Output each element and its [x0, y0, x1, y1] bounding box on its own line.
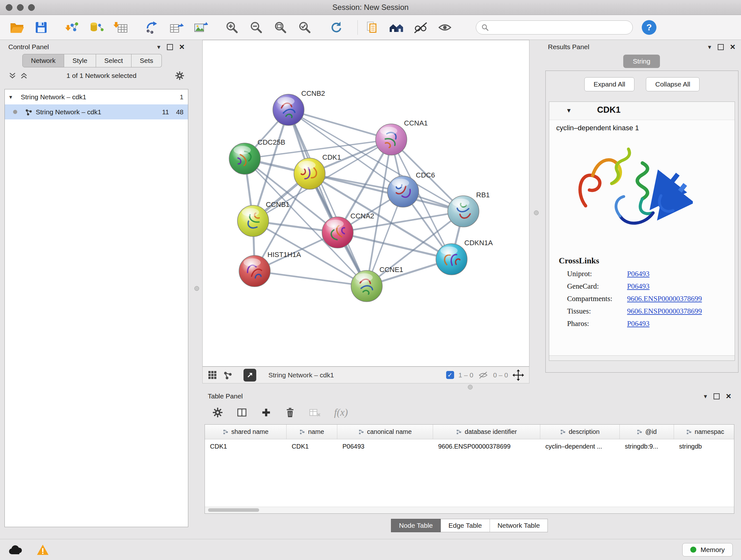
float-results-icon[interactable]: ▾ [708, 44, 711, 50]
global-search-box[interactable] [476, 20, 633, 35]
import-network-from-file-button[interactable] [63, 18, 82, 37]
export-image-button[interactable] [191, 18, 211, 37]
birdseye-view-button[interactable] [244, 369, 256, 381]
maximize-table-icon[interactable] [714, 393, 720, 399]
node-CCNB2[interactable]: CCNB2 [273, 89, 325, 125]
crosslink-value-link[interactable]: 9606.ENSP00000378699 [627, 295, 702, 303]
copy-document-button[interactable] [362, 18, 382, 37]
expand-all-icon[interactable] [20, 71, 28, 80]
protein-section-header[interactable]: ▾ CDK1 [549, 102, 735, 120]
node-label-CDC25B: CDC25B [258, 138, 285, 146]
network-canvas[interactable]: CCNB2CCNA1CDC25BCDK1CDC6RB1CCNB1CCNA2CDK… [202, 40, 529, 367]
help-button[interactable]: ? [642, 20, 657, 35]
table-cell: stringdb:9... [620, 443, 674, 450]
search-input[interactable] [492, 23, 627, 31]
apply-layout-button[interactable] [326, 18, 346, 37]
export-table-button[interactable] [166, 18, 186, 37]
section-collapse-icon[interactable]: ▾ [567, 106, 570, 115]
network-row[interactable]: String Network – cdk1 11 48 [5, 105, 188, 119]
string-home-button[interactable] [387, 18, 406, 37]
node-CDK1[interactable]: CDK1 [294, 153, 341, 189]
delete-column-icon[interactable] [285, 407, 295, 418]
column-header-canonical-name[interactable]: canonical name [337, 425, 433, 439]
table-hscrollbar[interactable] [205, 507, 734, 513]
save-floppy-icon [35, 21, 48, 34]
delete-table-icon-disabled [309, 408, 321, 418]
zoom-in-button[interactable] [222, 18, 242, 37]
table-hscroll-thumb[interactable] [208, 508, 259, 512]
table-gear-icon[interactable] [212, 407, 223, 418]
tab-select[interactable]: Select [96, 54, 131, 67]
maximize-results-icon[interactable] [718, 44, 724, 50]
results-scrollbar[interactable] [549, 355, 735, 361]
column-header-namespac[interactable]: namespac [674, 425, 734, 439]
crosslink-value-link[interactable]: P06493 [627, 320, 650, 328]
tab-node-table[interactable]: Node Table [391, 519, 441, 532]
column-header-description[interactable]: description [540, 425, 620, 439]
tab-style[interactable]: Style [64, 54, 96, 67]
node-HIST1H1A[interactable]: HIST1H1A [239, 251, 301, 287]
node-RB1[interactable]: RB1 [448, 191, 490, 227]
protein-structure-image [571, 136, 693, 248]
results-tab-string[interactable]: String [623, 55, 660, 68]
tab-network-table[interactable]: Network Table [490, 519, 548, 532]
cloud-icon[interactable] [8, 545, 22, 555]
add-column-icon[interactable] [261, 407, 272, 418]
table-row[interactable]: CDK1CDK1P064939606.ENSP00000378699cyclin… [205, 439, 734, 453]
edge-CCNB2-CCNA1[interactable] [288, 110, 391, 139]
close-panel-icon[interactable]: × [179, 43, 185, 51]
expand-all-button[interactable]: Expand All [584, 77, 634, 91]
column-header-@id[interactable]: @id [620, 425, 674, 439]
open-session-button[interactable] [7, 18, 27, 37]
vertical-splitter-right[interactable] [534, 210, 539, 215]
import-table-button[interactable] [111, 18, 131, 37]
export-network-button[interactable] [142, 18, 162, 37]
float-table-icon[interactable]: ▾ [704, 393, 707, 399]
save-session-button[interactable] [31, 18, 51, 37]
tab-edge-table[interactable]: Edge Table [441, 519, 490, 532]
zoom-selected-button[interactable] [295, 18, 315, 37]
grid-view-icon[interactable] [208, 370, 217, 380]
tab-sets[interactable]: Sets [131, 54, 162, 67]
crosslink-value-link[interactable]: P06493 [627, 270, 650, 278]
search-icon [481, 23, 489, 31]
tab-network[interactable]: Network [22, 54, 64, 67]
vertical-splitter-left[interactable] [194, 286, 199, 291]
float-panel-icon[interactable]: ▾ [157, 44, 160, 50]
crosslink-value-link[interactable]: 9606.ENSP00000378699 [627, 307, 702, 315]
show-eye-button[interactable] [435, 18, 455, 37]
pan-crosshair-icon[interactable] [513, 369, 524, 381]
warning-icon[interactable] [37, 544, 49, 556]
collapse-all-icon[interactable] [8, 71, 17, 80]
zoom-fit-button[interactable] [271, 18, 290, 37]
crosslink-value-link[interactable]: P06493 [627, 282, 650, 291]
node-CCNB1[interactable]: CCNB1 [238, 200, 290, 237]
close-window-button[interactable] [6, 4, 12, 11]
gear-icon[interactable] [175, 71, 185, 80]
close-table-icon[interactable]: × [726, 392, 731, 401]
network-view-icon[interactable] [223, 370, 232, 380]
edge-CCNB2-CCNE1[interactable] [288, 110, 367, 286]
column-header-shared-name[interactable]: shared name [205, 425, 286, 439]
show-columns-icon[interactable] [237, 407, 247, 418]
collapse-all-button[interactable]: Collapse All [646, 77, 699, 91]
minimize-window-button[interactable] [17, 4, 23, 11]
maximize-panel-icon[interactable] [167, 44, 173, 50]
close-results-icon[interactable]: × [730, 43, 735, 51]
node-CCNA1[interactable]: CCNA1 [376, 119, 428, 155]
zoom-selected-icon [298, 21, 312, 34]
column-header-database-identifier[interactable]: database identifier [433, 425, 540, 439]
hidden-counts: 0 – 0 [493, 371, 508, 379]
zoom-out-button[interactable] [246, 18, 266, 37]
collection-expand-icon[interactable]: ▾ [9, 94, 17, 101]
zoom-window-button[interactable] [28, 4, 35, 11]
glasses-slash-icon [413, 21, 428, 34]
network-collection-row[interactable]: ▾ String Network – cdk1 1 [5, 89, 188, 105]
selected-checkbox[interactable]: ✓ [446, 371, 454, 379]
column-header-name[interactable]: name [286, 425, 337, 439]
import-network-from-database-button[interactable] [87, 18, 107, 37]
horizontal-splitter[interactable] [468, 385, 473, 389]
edge-HIST1H1A-CCNE1[interactable] [255, 271, 367, 286]
hide-glasses-button[interactable] [411, 18, 430, 37]
memory-button[interactable]: Memory [682, 543, 733, 557]
